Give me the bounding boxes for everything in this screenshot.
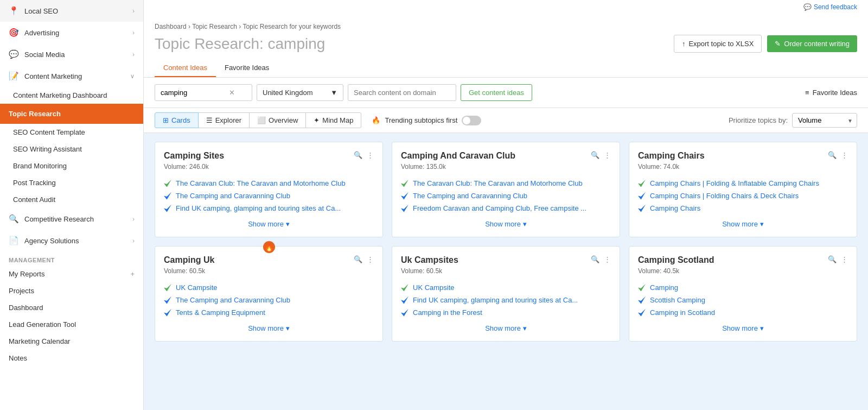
chevron-down-icon: ▾ (286, 324, 290, 332)
show-more-button[interactable]: Show more ▾ (638, 220, 848, 228)
card-link-item[interactable]: Camping Chairs | Folding Chairs & Deck C… (638, 192, 848, 200)
card-link-item[interactable]: Camping in the Forest (401, 308, 611, 317)
competitive-research-icon: 🔍 (9, 214, 19, 224)
card-link-item[interactable]: Find UK camping, glamping and touring si… (164, 204, 374, 212)
sidebar-item-marketing-calendar[interactable]: Marketing Calendar (0, 333, 143, 350)
sidebar-item-advertising[interactable]: 🎯 Advertising › (0, 22, 143, 43)
show-more-button[interactable]: Show more ▾ (164, 324, 374, 332)
blue-link-icon (164, 309, 171, 317)
toggle-knob (463, 117, 470, 124)
agency-solutions-icon: 📄 (9, 236, 19, 245)
page-title: Topic Research: camping (155, 35, 325, 53)
card-link-item[interactable]: The Camping and Caravanning Club (401, 192, 611, 200)
card-link-item[interactable]: The Camping and Caravanning Club (164, 192, 374, 200)
trending-toggle-switch[interactable] (462, 116, 481, 125)
view-tab-overview[interactable]: ⬜ Overview (249, 112, 306, 128)
sidebar-sub-brand-monitoring[interactable]: Brand Monitoring (0, 157, 143, 174)
search-icon[interactable]: 🔍 (354, 255, 362, 263)
more-options-icon[interactable]: ⋮ (604, 255, 611, 263)
card-link-item[interactable]: UK Campsite (401, 283, 611, 292)
sidebar-sub-seo-content-template[interactable]: SEO Content Template (0, 124, 143, 141)
clear-keyword-button[interactable]: ✕ (229, 89, 235, 97)
get-content-ideas-button[interactable]: Get content ideas (461, 84, 532, 101)
content-marketing-icon: 📝 (9, 71, 19, 81)
blue-link-icon (638, 205, 646, 212)
search-icon[interactable]: 🔍 (828, 151, 837, 159)
favorite-ideas-link[interactable]: ≡ Favorite Ideas (805, 89, 857, 97)
order-content-button[interactable]: ✎ Order content writing (767, 35, 857, 52)
breadcrumb-dashboard[interactable]: Dashboard (155, 23, 187, 30)
show-more-button[interactable]: Show more ▾ (638, 324, 848, 332)
card-link-item[interactable]: The Caravan Club: The Caravan and Motorh… (164, 179, 374, 187)
card-link-item[interactable]: Camping (638, 283, 848, 292)
sidebar-sub-topic-research[interactable]: Topic Research (0, 104, 143, 124)
search-icon[interactable]: 🔍 (354, 151, 362, 159)
more-options-icon[interactable]: ⋮ (367, 151, 374, 159)
card-volume: Volume: 246.0k (164, 163, 374, 171)
search-icon[interactable]: 🔍 (591, 151, 599, 159)
show-more-button[interactable]: Show more ▾ (401, 220, 611, 228)
sidebar-item-lead-generation[interactable]: Lead Generation Tool (0, 316, 143, 333)
prioritize-section: Prioritize topics by: Volume Difficulty … (729, 113, 857, 128)
more-options-icon[interactable]: ⋮ (367, 255, 374, 263)
prioritize-select[interactable]: Volume Difficulty Efficiency (792, 113, 857, 128)
card-link-item[interactable]: UK Campsite (164, 283, 374, 292)
card-link-item[interactable]: Find UK camping, glamping and touring si… (401, 296, 611, 304)
view-tab-explorer[interactable]: ☰ Explorer (198, 112, 250, 128)
card-link-item[interactable]: Camping in Scotland (638, 308, 848, 317)
view-tab-cards[interactable]: ⊞ Cards (155, 112, 199, 128)
list-icon: ≡ (805, 89, 809, 97)
sidebar-sub-cm-dashboard[interactable]: Content Marketing Dashboard (0, 87, 143, 104)
keyword-input[interactable] (161, 89, 226, 97)
sidebar-sub-post-tracking[interactable]: Post Tracking (0, 174, 143, 191)
search-icon[interactable]: 🔍 (828, 255, 837, 263)
chevron-down-icon: ▾ (523, 324, 527, 332)
sidebar-item-agency-solutions[interactable]: 📄 Agency Solutions › (0, 230, 143, 251)
export-button[interactable]: ↑ Export topic to XLSX (674, 35, 762, 53)
view-tab-mind-map[interactable]: ✦ Mind Map (305, 112, 361, 128)
sidebar-item-local-seo[interactable]: 📍 Local SEO › (0, 0, 143, 22)
tab-content-ideas[interactable]: Content Ideas (155, 59, 216, 77)
card-header: Uk Campsites 🔍 ⋮ (401, 255, 611, 265)
breadcrumb-current: Topic Research for your keywords (242, 23, 341, 30)
sidebar-item-social-media[interactable]: 💬 Social Media › (0, 43, 143, 65)
sidebar-item-dashboard[interactable]: Dashboard (0, 299, 143, 316)
social-media-icon: 💬 (9, 49, 19, 59)
country-value: United Kingdom (263, 89, 313, 97)
more-options-icon[interactable]: ⋮ (604, 151, 611, 159)
sidebar-item-notes[interactable]: Notes (0, 350, 143, 367)
card-link-item[interactable]: The Camping and Caravanning Club (164, 296, 374, 304)
card-link-item[interactable]: Scottish Camping (638, 296, 848, 304)
sidebar-sub-content-audit[interactable]: Content Audit (0, 191, 143, 208)
sidebar-item-competitive-research[interactable]: 🔍 Competitive Research › (0, 208, 143, 230)
card-link-item[interactable]: The Caravan Club: The Caravan and Motorh… (401, 179, 611, 187)
card-volume: Volume: 60.5k (401, 267, 611, 275)
domain-search-input[interactable] (348, 84, 456, 101)
tab-favorite-ideas[interactable]: Favorite Ideas (216, 59, 278, 77)
show-more-button[interactable]: Show more ▾ (164, 220, 374, 228)
green-link-icon (164, 180, 171, 187)
more-options-icon[interactable]: ⋮ (841, 255, 848, 263)
more-options-icon[interactable]: ⋮ (841, 151, 848, 159)
card-title: Camping And Caravan Club (401, 151, 515, 161)
card-link-item[interactable]: Freedom Caravan and Camping Club, Free c… (401, 204, 611, 212)
blue-link-icon (164, 297, 171, 304)
card-volume: Volume: 135.0k (401, 163, 611, 171)
send-feedback-link[interactable]: 💬 Send feedback (803, 3, 857, 11)
card-title: Camping Scotland (638, 255, 714, 265)
country-selector[interactable]: United Kingdom ▼ (257, 84, 343, 101)
card-link-item[interactable]: Camping Chairs (638, 204, 848, 212)
breadcrumb-topic-research[interactable]: Topic Research (192, 23, 237, 30)
show-more-button[interactable]: Show more ▾ (401, 324, 611, 332)
card-link-item[interactable]: Camping Chairs | Folding & Inflatable Ca… (638, 179, 848, 187)
topic-card-uk-campsites: Uk Campsites 🔍 ⋮ Volume: 60.5k UK Campsi… (392, 246, 620, 342)
sidebar-sub-seo-writing-assistant[interactable]: SEO Writing Assistant (0, 141, 143, 157)
sidebar-item-projects[interactable]: Projects (0, 282, 143, 299)
green-link-icon (401, 284, 409, 292)
sidebar-item-content-marketing[interactable]: 📝 Content Marketing ∨ (0, 65, 143, 87)
card-actions: 🔍 ⋮ (591, 255, 611, 263)
card-title: Uk Campsites (401, 255, 458, 265)
sidebar-item-my-reports[interactable]: My Reports + (0, 266, 143, 282)
search-icon[interactable]: 🔍 (591, 255, 599, 263)
card-link-item[interactable]: Tents & Camping Equipment (164, 308, 374, 317)
